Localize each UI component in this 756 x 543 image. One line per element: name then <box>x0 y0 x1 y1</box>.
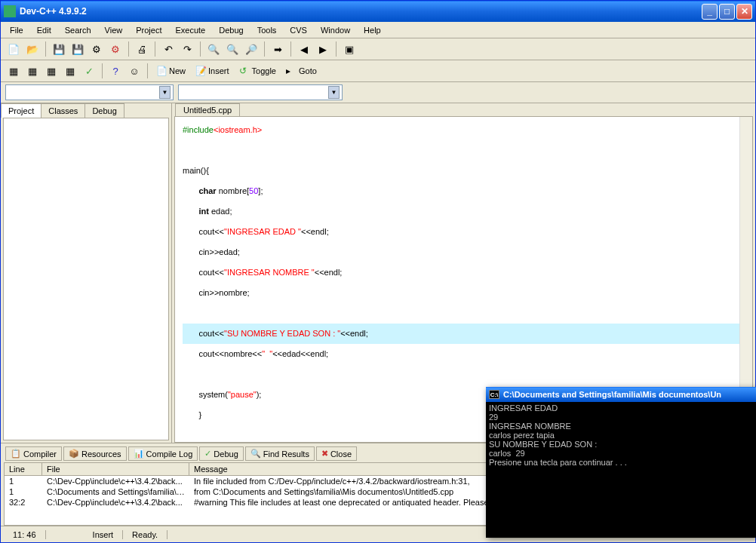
separator <box>45 41 46 57</box>
editor-tab[interactable]: Untitled5.cpp <box>175 103 240 116</box>
toolbar-1: 📄 📂 💾 💾 ⚙ ⚙ 🖨 ↶ ↷ 🔍 🔍 🔎 ➡ ◀ ▶ ▣ <box>1 38 755 60</box>
menu-debug[interactable]: Debug <box>213 24 249 36</box>
minimize-button[interactable]: _ <box>702 4 718 20</box>
console-output: INGRESAR EDAD 29 INGRESAR NOMBRE carlos … <box>486 402 756 468</box>
insert-icon: 📝 <box>195 66 206 76</box>
grid4-icon[interactable]: ▦ <box>62 63 78 79</box>
compiler-icon: 📋 <box>11 449 21 459</box>
separator <box>155 41 155 57</box>
menu-window[interactable]: Window <box>315 24 356 36</box>
replace-icon[interactable]: 🔍 <box>224 41 241 57</box>
debug-icon: ✓ <box>204 449 211 459</box>
class-combo[interactable]: ▼ <box>5 84 174 100</box>
insert-button[interactable]: 📝Insert <box>192 63 233 79</box>
undo-icon[interactable]: ↶ <box>160 41 177 57</box>
new-file-icon[interactable]: 📄 <box>5 41 22 57</box>
menu-tools[interactable]: Tools <box>251 24 283 36</box>
tab-close[interactable]: ✖Close <box>316 446 357 461</box>
separator <box>102 63 103 78</box>
check-icon[interactable]: ✓ <box>81 63 97 79</box>
tab-debug[interactable]: ✓Debug <box>199 446 243 461</box>
find-icon[interactable]: 🔍 <box>205 41 222 57</box>
sidebar-tab-classes[interactable]: Classes <box>41 103 85 118</box>
tab-compiler[interactable]: 📋Compiler <box>5 446 62 461</box>
menu-project[interactable]: Project <box>130 24 167 36</box>
col-file[interactable]: File <box>42 463 189 475</box>
menubar: File Edit Search View Project Execute De… <box>1 22 755 38</box>
menu-cvs[interactable]: CVS <box>284 24 313 36</box>
status-position: 11: 46 <box>4 530 46 539</box>
grid1-icon[interactable]: ▦ <box>5 63 22 79</box>
find-results-icon: 🔍 <box>250 449 261 459</box>
separator <box>200 41 201 57</box>
chevron-down-icon: ▼ <box>328 86 340 99</box>
compile-icon[interactable]: ⚙ <box>88 41 105 57</box>
combo-row: ▼ ▼ <box>1 82 755 103</box>
menu-execute[interactable]: Execute <box>169 24 211 36</box>
col-line[interactable]: Line <box>5 463 42 475</box>
print-icon[interactable]: 🖨 <box>134 41 150 57</box>
about-icon[interactable]: ☺ <box>126 63 143 79</box>
status-state: Ready. <box>123 530 167 539</box>
run-icon[interactable]: ⚙ <box>107 41 124 57</box>
toggle-button[interactable]: ↺Toggle <box>235 63 280 79</box>
save-icon[interactable]: 💾 <box>51 41 67 57</box>
grid2-icon[interactable]: ▦ <box>24 63 41 79</box>
maximize-button[interactable]: □ <box>719 4 735 20</box>
function-combo[interactable]: ▼ <box>178 84 343 100</box>
menu-edit[interactable]: Edit <box>31 24 57 36</box>
tab-resources[interactable]: 📦Resources <box>63 446 127 461</box>
grid3-icon[interactable]: ▦ <box>43 63 60 79</box>
console-titlebar[interactable]: C:\ C:\Documents and Settings\familia\Mi… <box>486 387 756 402</box>
separator <box>336 41 337 57</box>
app-icon <box>4 5 16 17</box>
chevron-down-icon: ▼ <box>159 86 171 99</box>
project-tree[interactable] <box>3 118 169 440</box>
goto-button[interactable]: ▸Goto <box>282 63 321 79</box>
menu-view[interactable]: View <box>99 24 129 36</box>
separator <box>290 41 291 57</box>
separator <box>128 41 129 57</box>
console-window[interactable]: C:\ C:\Documents and Settings\familia\Mi… <box>486 387 756 538</box>
tab-compile-log[interactable]: 📊Compile Log <box>128 446 198 461</box>
sidebar-tabs: Project Classes Debug <box>1 103 171 118</box>
titlebar[interactable]: Dev-C++ 4.9.9.2 _ □ ✕ <box>1 1 755 22</box>
separator <box>264 41 265 57</box>
sidebar-tab-debug[interactable]: Debug <box>85 103 124 118</box>
find-next-icon[interactable]: 🔎 <box>243 41 260 57</box>
goto-bmk-icon: ▸ <box>286 66 297 76</box>
console-title-text: C:\Documents and Settings\familia\Mis do… <box>503 390 721 399</box>
shell-icon[interactable]: ▣ <box>341 41 358 57</box>
status-mode: Insert <box>84 530 124 539</box>
goto-icon[interactable]: ➡ <box>269 41 286 57</box>
new-button[interactable]: 📄New <box>152 63 189 79</box>
help-icon[interactable]: ? <box>107 63 124 79</box>
log-icon: 📊 <box>134 449 144 459</box>
sidebar-tab-project[interactable]: Project <box>1 103 41 118</box>
toolbar-2: ▦ ▦ ▦ ▦ ✓ ? ☺ 📄New 📝Insert ↺Toggle ▸Goto <box>1 60 755 82</box>
next-icon[interactable]: ▶ <box>315 41 331 57</box>
redo-icon[interactable]: ↷ <box>179 41 195 57</box>
resources-icon: 📦 <box>69 449 79 459</box>
tab-find-results[interactable]: 🔍Find Results <box>245 446 315 461</box>
close-button[interactable]: ✕ <box>736 4 752 20</box>
menu-search[interactable]: Search <box>59 24 97 36</box>
window-title: Dev-C++ 4.9.9.2 <box>20 6 700 17</box>
cmd-icon: C:\ <box>489 390 499 399</box>
new-icon: 📄 <box>156 66 167 76</box>
sidebar: Project Classes Debug <box>1 103 172 443</box>
save-all-icon[interactable]: 💾 <box>69 41 86 57</box>
toggle-icon: ↺ <box>239 66 250 76</box>
menu-file[interactable]: File <box>4 24 29 36</box>
separator <box>147 63 148 78</box>
open-icon[interactable]: 📂 <box>24 41 41 57</box>
prev-icon[interactable]: ◀ <box>296 41 312 57</box>
close-icon: ✖ <box>321 449 328 459</box>
editor-tabs: Untitled5.cpp <box>172 103 755 116</box>
menu-help[interactable]: Help <box>358 24 387 36</box>
